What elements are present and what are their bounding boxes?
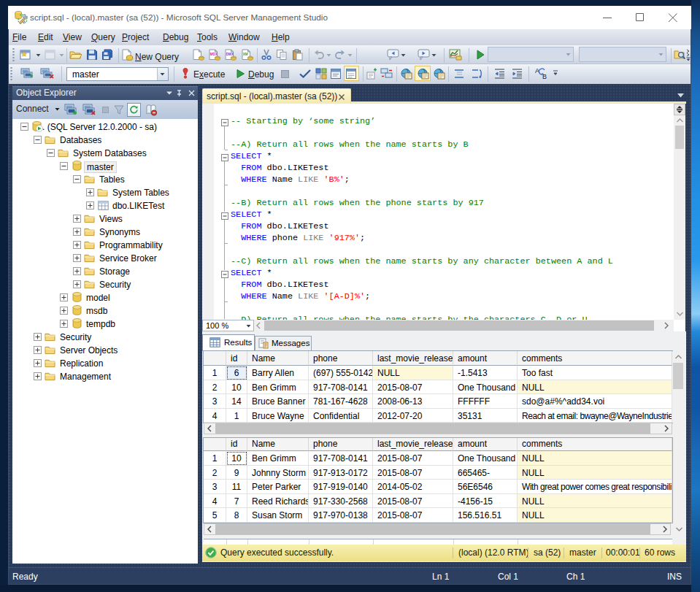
svg-text:XM: XM <box>243 53 248 56</box>
svg-text:MDX: MDX <box>210 53 218 56</box>
svg-text:DMX: DMX <box>226 53 234 56</box>
